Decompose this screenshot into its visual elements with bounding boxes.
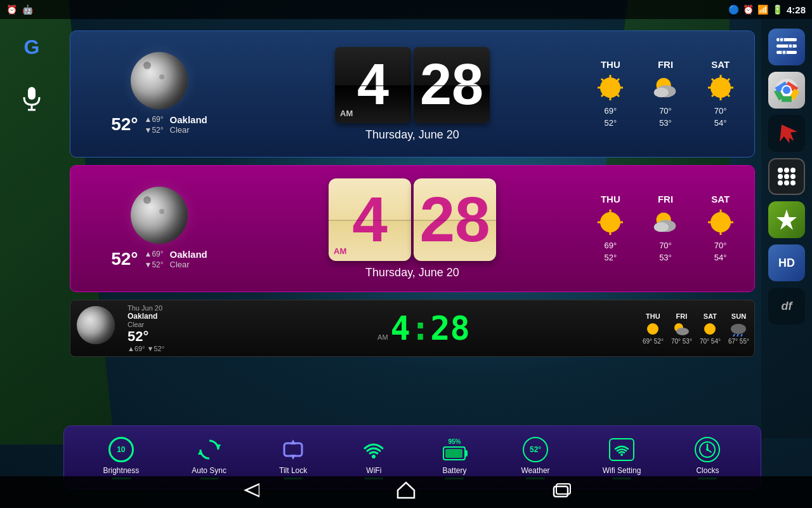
svg-marker-26 <box>776 210 797 230</box>
status-left-icons: ⏰ 🤖 <box>6 4 33 15</box>
apps-grid-icon[interactable] <box>768 158 805 195</box>
widget3-info: Thu Jun 20 Oakland Clear 52° ▲69° ▼52° <box>128 304 210 352</box>
tiltlock-label: Tilt Lock <box>279 466 307 475</box>
widget2-temp: 52° <box>111 249 138 269</box>
widget3-range: ▲69° ▼52° <box>128 345 210 352</box>
svg-line-68 <box>741 334 742 337</box>
widget3-condition: Clear <box>128 321 210 328</box>
svg-marker-72 <box>291 439 296 444</box>
google-search-icon[interactable]: G <box>16 32 48 64</box>
back-button[interactable] <box>235 478 265 507</box>
widget-blue[interactable]: 52° ▲69° ▼52° Oakland Clear 4 AM <box>70 30 755 157</box>
svg-rect-5 <box>776 44 797 48</box>
widget3-moon-container <box>77 306 121 351</box>
weather-circle-icon: 52° <box>523 437 548 462</box>
widget1-sat-label: SAT <box>711 59 730 70</box>
brightness-button[interactable]: 10 Brightness <box>103 436 140 479</box>
widget1-condition: Clear <box>170 125 207 135</box>
widget1-hour-digit: 4 AM <box>335 47 411 123</box>
plane-app-icon[interactable] <box>768 115 805 152</box>
widget2-date: Thursday, June 20 <box>365 266 459 279</box>
tiltlock-button[interactable]: Tilt Lock <box>279 436 307 479</box>
widget1-low: ▼52° <box>145 125 164 136</box>
widget1-thu-icon <box>595 72 625 103</box>
settings-app-icon[interactable] <box>768 29 805 65</box>
widget3-ampm: AM <box>377 333 388 341</box>
widget1-forecast-thu: THU 69°52° <box>595 59 625 128</box>
widget3-thu: THU 69° 52° <box>643 312 664 345</box>
widget2-weather-left: 52° ▲69° ▼52° Oakland Clear <box>70 166 248 291</box>
widget3-temp: 52° <box>128 328 148 345</box>
svg-point-18 <box>784 168 789 173</box>
widget2-moon <box>131 187 188 244</box>
svg-point-55 <box>654 222 669 232</box>
chrome-app-icon[interactable] <box>768 72 805 109</box>
svg-line-45 <box>727 94 730 97</box>
svg-line-47 <box>712 94 714 97</box>
widget1-moon <box>131 52 188 109</box>
widget1-flip-clock: 4 AM 28 <box>335 47 490 123</box>
widget2-forecast: THU 69°52° FRI <box>577 166 754 291</box>
autosync-icon <box>195 436 223 464</box>
svg-point-21 <box>784 174 789 179</box>
weather-icon: 52° <box>521 436 549 464</box>
wifi-icon <box>360 436 388 464</box>
clock-circle-icon <box>695 437 720 462</box>
widget3-date: Thu Jun 20 <box>128 304 210 312</box>
widget3-city: Oakland <box>128 312 210 321</box>
widget1-date: Thursday, June 20 <box>365 128 459 142</box>
main-content: 52° ▲69° ▼52° Oakland Clear 4 AM <box>63 19 761 444</box>
battery-bar-icon <box>443 446 466 460</box>
widget2-fri-icon <box>650 207 681 237</box>
battery-button[interactable]: 95% Battery <box>440 436 468 479</box>
star-app-icon[interactable] <box>768 201 805 238</box>
svg-point-48 <box>600 212 620 232</box>
wifisetting-icon <box>608 436 636 464</box>
autosync-button[interactable]: Auto Sync <box>192 436 226 479</box>
widget2-ampm: AM <box>334 246 346 256</box>
svg-point-19 <box>790 168 796 173</box>
svg-point-10 <box>789 44 792 48</box>
widget1-forecast-fri: FRI 70°53° <box>650 59 681 128</box>
wifisetting-button[interactable]: Wifi Setting <box>603 436 641 479</box>
widget3-sun: SUN 67° 55° <box>728 312 749 345</box>
clocks-button[interactable]: Clocks <box>693 436 721 479</box>
widget-pink[interactable]: 52° ▲69° ▼52° Oakland Clear 4 AM <box>70 165 755 292</box>
wifi-button[interactable]: WiFi <box>360 436 388 479</box>
svg-line-44 <box>712 79 714 81</box>
brightness-circle-icon: 10 <box>108 437 134 462</box>
svg-point-56 <box>710 212 731 232</box>
hd-app-icon[interactable]: HD <box>768 244 805 281</box>
svg-rect-71 <box>284 443 302 456</box>
svg-marker-80 <box>246 484 259 497</box>
widget2-sat-label: SAT <box>711 194 730 204</box>
widget1-fri-label: FRI <box>658 59 673 70</box>
home-button[interactable] <box>391 476 421 508</box>
alarm-icon: ⏰ <box>6 4 17 15</box>
alarm-icon-right: ⏰ <box>743 4 754 15</box>
svg-point-75 <box>620 453 623 456</box>
battery-icon: 95% <box>440 436 468 464</box>
widget1-sat-temps: 70°54° <box>714 105 727 128</box>
widget1-high: ▲69° <box>145 114 164 125</box>
microphone-icon[interactable] <box>16 83 48 114</box>
svg-text:G: G <box>24 36 40 58</box>
widget2-forecast-sat: SAT 70°54° <box>705 194 736 263</box>
widget1-clock: 4 AM 28 Thursday, June 20 <box>248 31 577 157</box>
df-app-icon[interactable]: df <box>768 288 805 324</box>
widget3-forecast: THU 69° 52° FRI 70° 53° SAT 70° 54 <box>638 312 754 345</box>
widget-dark[interactable]: Thu Jun 20 Oakland Clear 52° ▲69° ▼52° A… <box>70 300 755 357</box>
widget2-city: Oakland <box>170 249 207 260</box>
svg-marker-81 <box>398 483 414 498</box>
svg-point-23 <box>778 180 783 185</box>
widget1-thu-temps: 69°52° <box>604 105 617 128</box>
svg-line-34 <box>617 79 619 81</box>
widget1-minute-digit: 28 <box>414 47 490 123</box>
widget1-weather-info: 52° ▲69° ▼52° Oakland Clear <box>111 114 207 136</box>
widget2-forecast-thu: THU 69°52° <box>595 194 625 263</box>
recent-apps-button[interactable] <box>547 478 577 507</box>
weather-button[interactable]: 52° Weather <box>521 436 549 479</box>
widget3-clock: AM 4:28 <box>210 309 638 347</box>
svg-point-25 <box>790 180 796 185</box>
widget2-flip-clock: 4 AM 28 <box>329 178 496 261</box>
